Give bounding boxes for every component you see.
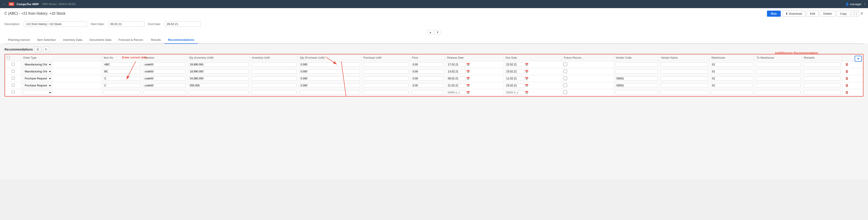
due-date-calendar-icon[interactable]: 📅 [525,84,528,87]
rec-list-view-button[interactable]: ☰ [35,47,41,52]
edit-button[interactable]: Edit [807,11,818,17]
release-date-calendar-icon[interactable]: 📅 [466,63,470,66]
item-no-cell[interactable] [102,61,142,68]
inv-uom-input[interactable] [252,83,297,88]
item-no-input[interactable] [103,76,141,81]
release-date-calendar-icon[interactable]: 📅 [466,70,470,73]
item-no-cell[interactable] [102,82,142,89]
vendor-code-input[interactable] [615,69,657,74]
vendor-code-cell[interactable] [614,68,659,75]
vendor-code-input[interactable] [615,90,657,95]
qty-inv-input[interactable] [189,76,249,81]
qty-inv-cell[interactable] [187,89,250,96]
price-input[interactable] [412,62,444,67]
pur-uom-cell[interactable] [362,75,410,82]
row-checkbox-cell[interactable] [5,75,21,82]
price-cell[interactable] [410,68,445,75]
delete-cell[interactable]: 🗑 [842,75,863,82]
warehouse-cell[interactable] [710,61,755,68]
delete-row-button[interactable]: 🗑 [844,76,850,81]
collapse-down-button[interactable]: ▼ [434,30,441,35]
inv-uom-cell[interactable] [250,82,298,89]
tab-inventory-data[interactable]: Inventory Data [59,36,86,44]
due-date-calendar-icon[interactable]: 📅 [525,91,528,94]
price-input[interactable] [412,69,444,74]
revision-input[interactable] [143,76,186,81]
warehouse-input[interactable] [711,76,753,81]
due-date-input[interactable] [505,90,524,95]
release-date-calendar-icon[interactable]: 📅 [466,84,470,87]
revision-cell[interactable] [142,68,187,75]
row-checkbox[interactable] [12,77,15,80]
revision-cell[interactable] [142,61,187,68]
inv-uom-input[interactable] [252,90,297,95]
qty-pur-input[interactable] [300,62,360,67]
remarks-cell[interactable] [802,61,842,68]
release-date-input[interactable] [447,90,466,95]
order-type-cell[interactable]: Purchase Request Purchase Request Manufa… [21,75,102,82]
item-no-cell[interactable] [102,68,142,75]
release-date-cell[interactable]: 📅 [445,82,504,89]
remarks-input[interactable] [804,90,841,95]
download-button[interactable]: ⬇ Download [782,11,805,17]
due-date-input[interactable] [505,83,524,88]
release-date-input[interactable] [447,83,466,88]
due-date-calendar-icon[interactable]: 📅 [525,70,528,73]
price-input[interactable] [412,90,444,95]
to-warehouse-cell[interactable] [755,82,802,89]
qty-inv-input[interactable] [189,83,249,88]
revision-input[interactable] [143,83,186,88]
future-recom-cell[interactable] [562,75,614,82]
pur-uom-input[interactable] [363,83,409,88]
vendor-code-cell[interactable] [614,82,659,89]
qty-pur-input[interactable] [300,69,360,74]
delete-row-button[interactable]: 🗑 [844,83,850,88]
qty-inv-cell[interactable] [187,82,250,89]
tab-item-selection[interactable]: Item Selection [34,36,59,44]
to-warehouse-cell[interactable] [755,89,802,96]
remarks-input[interactable] [804,62,841,67]
warehouse-input[interactable] [711,83,753,88]
release-date-input[interactable] [447,69,466,74]
to-warehouse-input[interactable] [756,62,800,67]
qty-inv-cell[interactable] [187,68,250,75]
delete-cell[interactable]: 🗑 [842,61,863,68]
inv-uom-input[interactable] [252,76,297,81]
qty-inv-input[interactable] [189,69,249,74]
warehouse-input[interactable] [711,62,753,67]
collapse-up-button[interactable]: ▲ [427,30,434,35]
qty-inv-input[interactable] [189,90,249,95]
end-date-input[interactable] [165,21,201,27]
vendor-code-cell[interactable] [614,89,659,96]
inv-uom-cell[interactable] [250,61,298,68]
row-checkbox-cell[interactable] [5,82,21,89]
inv-uom-input[interactable] [252,69,297,74]
order-type-cell[interactable]: Purchase Request Purchase Request Manufa… [21,82,102,89]
order-type-select[interactable]: Manufacturing Order Purchase Request Man… [23,62,52,67]
future-recom-checkbox[interactable] [563,90,567,94]
due-date-calendar-icon[interactable]: 📅 [525,77,528,80]
vendor-name-cell[interactable] [659,68,710,75]
delete-cell[interactable]: 🗑 [842,68,863,75]
run-button[interactable]: Run [767,11,781,17]
price-cell[interactable] [410,89,445,96]
to-warehouse-input[interactable] [756,83,800,88]
release-date-input[interactable] [447,62,466,67]
inv-uom-cell[interactable] [250,68,298,75]
future-recom-checkbox[interactable] [563,76,567,80]
pur-uom-input[interactable] [363,69,409,74]
to-warehouse-input[interactable] [756,76,800,81]
header-select-all[interactable] [5,54,21,61]
revision-cell[interactable] [142,75,187,82]
to-warehouse-cell[interactable] [755,61,802,68]
tab-results[interactable]: Results [147,36,164,44]
qty-pur-cell[interactable] [298,82,362,89]
select-all-checkbox[interactable] [7,56,10,59]
item-no-cell[interactable] [102,75,142,82]
tab-planning-horizon[interactable]: Planning horizon [4,36,34,44]
release-date-cell[interactable]: 📅 [445,68,504,75]
inv-uom-input[interactable] [252,62,297,67]
item-no-input[interactable] [103,83,141,88]
due-date-cell[interactable]: 📅 [504,89,562,96]
item-no-cell[interactable] [102,89,142,96]
